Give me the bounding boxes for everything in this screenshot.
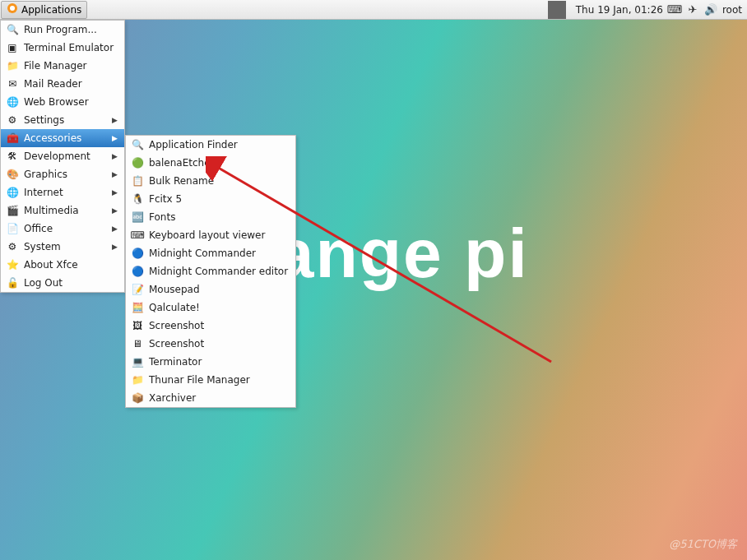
menu-item-terminal-emulator[interactable]: ▣Terminal Emulator: [1, 39, 124, 57]
menu-item-graphics[interactable]: 🎨Graphics▶: [1, 165, 124, 183]
menu-item-about-xfce[interactable]: ⭐About Xfce: [1, 256, 124, 274]
menu-item-icon: ⚙: [6, 113, 19, 127]
menu-item-label: Run Program...: [24, 24, 97, 35]
submenu-item-label: Thunar File Manager: [149, 374, 250, 386]
menu-item-icon: 📄: [6, 222, 19, 235]
submenu-item-keyboard-layout-viewer[interactable]: ⌨Keyboard layout viewer: [126, 226, 295, 244]
submenu-item-mousepad[interactable]: 📝Mousepad: [126, 280, 295, 299]
menu-item-label: File Manager: [24, 60, 87, 72]
submenu-item-fcitx-5[interactable]: 🐧Fcitx 5: [126, 190, 295, 208]
submenu-item-label: Qalculate!: [149, 302, 200, 313]
menu-item-icon: ⭐: [6, 258, 19, 271]
menu-item-label: Accessories: [24, 132, 81, 144]
menu-item-label: Log Out: [24, 277, 63, 289]
submenu-item-bulk-rename[interactable]: 📋Bulk Rename: [126, 172, 295, 190]
submenu-item-label: Screenshot: [149, 320, 204, 331]
submenu-arrow-icon: ▶: [112, 116, 118, 124]
menu-item-mail-reader[interactable]: ✉Mail Reader: [1, 75, 124, 93]
menu-item-icon: 🎬: [6, 204, 19, 217]
user-label[interactable]: root: [722, 4, 742, 16]
clock[interactable]: Thu 19 Jan, 01:26: [576, 4, 663, 16]
menu-item-settings[interactable]: ⚙Settings▶: [1, 111, 124, 129]
applications-menu: 🔍Run Program...▣Terminal Emulator📁File M…: [0, 20, 125, 293]
submenu-arrow-icon: ▶: [112, 134, 118, 142]
system-tray: Thu 19 Jan, 01:26 ⌨ ✈ 🔊 root: [548, 1, 747, 19]
menu-item-internet[interactable]: 🌐Internet▶: [1, 183, 124, 201]
menu-item-label: Office: [24, 223, 53, 234]
menu-item-icon: ⚙: [6, 240, 19, 253]
submenu-item-label: Screenshot: [149, 338, 204, 349]
taskbar-window-button[interactable]: [548, 1, 566, 19]
submenu-item-icon: 📦: [131, 391, 144, 405]
menu-item-icon: 🧰: [6, 132, 19, 145]
submenu-item-xarchiver[interactable]: 📦Xarchiver: [126, 389, 295, 407]
menu-item-web-browser[interactable]: 🌐Web Browser: [1, 93, 124, 111]
submenu-arrow-icon: ▶: [112, 152, 118, 160]
submenu-item-icon: 🔵: [131, 247, 144, 260]
svg-point-1: [10, 6, 15, 11]
menu-item-system[interactable]: ⚙System▶: [1, 238, 124, 256]
submenu-item-midnight-commander[interactable]: 🔵Midnight Commander: [126, 244, 295, 262]
submenu-item-icon: 🧮: [131, 301, 144, 314]
menu-item-label: Internet: [24, 187, 63, 198]
watermark-text: @51CTO博客: [669, 537, 737, 552]
menu-item-icon: 🔓: [6, 276, 19, 289]
applications-button[interactable]: Applications: [1, 1, 87, 19]
menu-item-label: Terminal Emulator: [24, 42, 114, 53]
menu-item-label: Mail Reader: [24, 78, 82, 90]
menu-item-label: Graphics: [24, 169, 67, 180]
submenu-item-screenshot[interactable]: 🖥Screenshot: [126, 335, 295, 353]
submenu-arrow-icon: ▶: [112, 188, 118, 197]
submenu-item-label: Fcitx 5: [149, 193, 182, 205]
menu-item-label: Settings: [24, 114, 64, 126]
submenu-item-qalculate[interactable]: 🧮Qalculate!: [126, 299, 295, 317]
menu-item-icon: 🔍: [6, 23, 19, 36]
submenu-item-label: balenaEtcher: [149, 157, 214, 169]
menu-item-icon: 📁: [6, 59, 19, 72]
submenu-item-label: Xarchiver: [149, 392, 196, 404]
submenu-item-icon: 🖥: [131, 337, 144, 350]
submenu-item-icon: 🐧: [131, 192, 144, 206]
menu-item-icon: ▣: [6, 41, 19, 54]
menu-item-label: System: [24, 241, 61, 252]
submenu-item-balenaetcher[interactable]: 🟢balenaEtcher: [126, 154, 295, 172]
menu-item-label: About Xfce: [24, 259, 78, 271]
menu-item-icon: 🛠: [6, 150, 19, 163]
submenu-item-screenshot[interactable]: 🖼Screenshot: [126, 317, 295, 335]
menu-item-label: Multimedia: [24, 205, 79, 216]
menu-item-run-program[interactable]: 🔍Run Program...: [1, 21, 124, 39]
submenu-arrow-icon: ▶: [112, 206, 118, 215]
submenu-item-fonts[interactable]: 🔤Fonts: [126, 208, 295, 226]
keyboard-icon[interactable]: ⌨: [668, 3, 681, 16]
submenu-item-application-finder[interactable]: 🔍Application Finder: [126, 136, 295, 154]
accessories-submenu: 🔍Application Finder🟢balenaEtcher📋Bulk Re…: [125, 135, 296, 408]
submenu-item-icon: 📋: [131, 174, 144, 187]
submenu-arrow-icon: ▶: [112, 224, 118, 233]
submenu-item-terminator[interactable]: 💻Terminator: [126, 353, 295, 371]
submenu-item-icon: 📝: [131, 283, 144, 296]
submenu-item-icon: 💻: [131, 355, 144, 368]
menu-item-office[interactable]: 📄Office▶: [1, 220, 124, 238]
submenu-item-icon: 🖼: [131, 319, 144, 332]
submenu-item-midnight-commander-editor[interactable]: 🔵Midnight Commander editor: [126, 262, 295, 280]
network-icon[interactable]: ✈: [686, 3, 699, 16]
submenu-item-label: Keyboard layout viewer: [149, 229, 265, 241]
volume-icon[interactable]: 🔊: [704, 3, 717, 16]
submenu-arrow-icon: ▶: [112, 243, 118, 251]
submenu-item-label: Bulk Rename: [149, 175, 214, 187]
submenu-item-icon: 🔍: [131, 138, 144, 151]
menu-item-icon: ✉: [6, 77, 19, 90]
menu-item-development[interactable]: 🛠Development▶: [1, 147, 124, 165]
menu-item-icon: 🌐: [6, 95, 19, 109]
menu-item-accessories[interactable]: 🧰Accessories▶: [1, 129, 124, 147]
submenu-item-thunar-file-manager[interactable]: 📁Thunar File Manager: [126, 371, 295, 389]
top-panel: Applications Thu 19 Jan, 01:26 ⌨ ✈ 🔊 roo…: [0, 0, 747, 20]
submenu-item-icon: ⌨: [131, 229, 144, 242]
menu-item-multimedia[interactable]: 🎬Multimedia▶: [1, 201, 124, 220]
submenu-item-icon: 📁: [131, 373, 144, 386]
menu-item-file-manager[interactable]: 📁File Manager: [1, 57, 124, 75]
menu-item-log-out[interactable]: 🔓Log Out: [1, 274, 124, 292]
submenu-arrow-icon: ▶: [112, 170, 118, 178]
menu-item-label: Web Browser: [24, 96, 89, 108]
xfce-logo-icon: [7, 2, 18, 16]
